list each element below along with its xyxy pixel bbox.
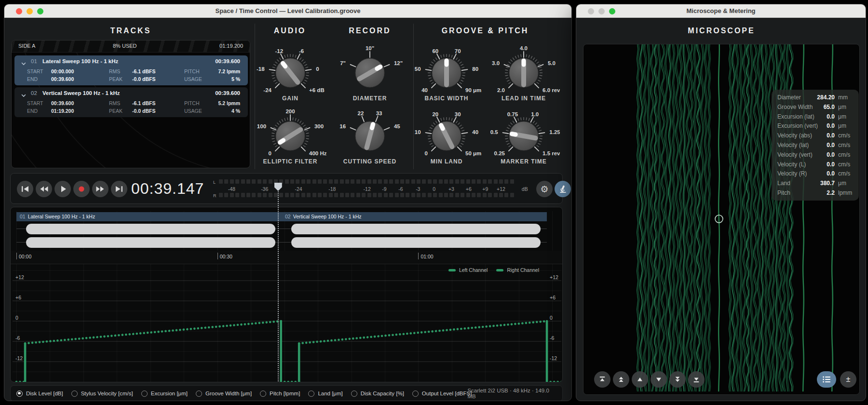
timeline-clip[interactable]: 01Lateral Sweep 100 Hz - 1 kHz bbox=[16, 212, 282, 251]
mode-option[interactable]: Disk Capacity [%] bbox=[351, 391, 404, 397]
step-up-button[interactable] bbox=[632, 371, 648, 388]
meter-row bbox=[219, 179, 528, 184]
knob-tick bbox=[505, 75, 508, 76]
knob-tick bbox=[507, 143, 509, 145]
microscope-button[interactable] bbox=[555, 181, 571, 197]
knob-scale-mark bbox=[432, 147, 435, 151]
knob-scale-mark bbox=[538, 65, 543, 67]
knob-cutting-speed[interactable]: 16223345 bbox=[334, 106, 406, 166]
jump-bottom-button[interactable] bbox=[688, 371, 705, 388]
clip-header[interactable]: 02Vertical Sweep 100 Hz - 1 kHz bbox=[282, 212, 547, 221]
legend-label: Right Channel bbox=[507, 267, 539, 273]
meter-segment bbox=[329, 179, 333, 184]
knob-tick bbox=[508, 62, 511, 64]
knob-tick bbox=[273, 143, 276, 145]
skip-back-button[interactable] bbox=[17, 181, 33, 197]
timeline-clip[interactable]: 02Vertical Sweep 100 Hz - 1 kHz bbox=[282, 212, 547, 251]
clip-channel-row bbox=[282, 223, 547, 235]
track-field-value: -6.1 dBFS bbox=[132, 100, 155, 106]
knob-scale-mark bbox=[509, 84, 513, 88]
mode-option[interactable]: Excursion [μm] bbox=[141, 391, 188, 397]
settings-button[interactable]: ⚙ bbox=[536, 181, 553, 197]
knob-diameter[interactable]: 7"10"12" bbox=[334, 43, 406, 103]
knob-scale-label: 45 bbox=[394, 123, 400, 129]
chart-ylabel-left: -12 bbox=[15, 355, 23, 361]
meter-segment bbox=[224, 179, 228, 184]
knob-caption: MARKER TIME bbox=[483, 158, 565, 165]
knob-tick bbox=[304, 127, 307, 129]
knob-dial: 2.03.04.05.06.0 rev bbox=[488, 43, 560, 103]
knob-tick bbox=[461, 141, 464, 142]
track-field-label: START bbox=[27, 68, 43, 74]
knob-scale-mark bbox=[432, 84, 435, 88]
mode-option[interactable]: Output Level [dBFS] bbox=[412, 391, 472, 397]
knob-lead-in-time[interactable]: 2.03.04.05.06.0 rev bbox=[488, 43, 560, 103]
track-row[interactable]: 02Vertical Sweep 100 Hz - 1 kHz00:39.600… bbox=[14, 87, 248, 117]
knob-scale-mark bbox=[503, 133, 509, 134]
knob-basic-width[interactable]: 405060708090 μm bbox=[410, 43, 483, 103]
knob-tick bbox=[537, 82, 539, 84]
meter-segment bbox=[334, 179, 338, 184]
mode-option[interactable]: Stylus Velocity [cm/s] bbox=[71, 391, 133, 397]
knob-tick bbox=[529, 55, 529, 58]
meter-segment bbox=[373, 193, 377, 197]
skip-forward-button[interactable] bbox=[111, 181, 127, 197]
mode-label: Output Level [dBFS] bbox=[422, 391, 472, 396]
metrics-toggle-button[interactable] bbox=[817, 371, 836, 388]
jump-top-button[interactable] bbox=[594, 371, 610, 388]
knob-tick bbox=[462, 138, 465, 139]
ruler-label: 01:00 bbox=[420, 254, 433, 259]
mode-option[interactable]: Pitch [lpmm] bbox=[260, 391, 300, 397]
timeline-ruler[interactable]: 00:0000:3001:00 bbox=[11, 251, 562, 264]
chevron-down-icon[interactable] bbox=[21, 91, 26, 99]
metric-unit: cm/s bbox=[835, 170, 853, 177]
knob-scale-label: 200 bbox=[285, 108, 295, 114]
rewind-button[interactable] bbox=[36, 181, 52, 197]
track-number: 02 bbox=[31, 90, 37, 96]
clip-header[interactable]: 01Lateral Sweep 100 Hz - 1 kHz bbox=[16, 212, 282, 221]
knob-tick bbox=[272, 141, 275, 142]
mode-option[interactable]: Groove Width [μm] bbox=[196, 391, 252, 397]
knob-tick bbox=[435, 57, 437, 60]
record-button[interactable] bbox=[73, 181, 90, 197]
chart-ylabel-right: -12 bbox=[550, 355, 557, 361]
knob-scale-label: 70 bbox=[455, 48, 461, 54]
knob-tick bbox=[458, 122, 460, 124]
track-row[interactable]: 01Lateral Sweep 100 Hz - 1 kHz00:39.600S… bbox=[14, 55, 248, 85]
mode-option[interactable]: Land [μm] bbox=[308, 391, 342, 397]
meter-segment bbox=[422, 179, 426, 184]
chevron-down-icon[interactable] bbox=[21, 59, 26, 68]
metric-value: 0.0 bbox=[827, 132, 835, 139]
fast-forward-button[interactable] bbox=[92, 181, 108, 197]
knob-caption: MIN LAND bbox=[406, 158, 488, 165]
knob-dial: -24-18-12-60+6 dB bbox=[254, 43, 326, 103]
metric-value: 0.0 bbox=[827, 170, 835, 177]
page-down-button[interactable] bbox=[669, 371, 686, 388]
meter-segment bbox=[439, 179, 443, 184]
knob-elliptic-filter[interactable]: 0100200300400 Hz bbox=[254, 106, 326, 166]
legend-item: Left Channel bbox=[448, 267, 488, 273]
step-down-button[interactable] bbox=[651, 371, 667, 388]
meter-segment bbox=[230, 179, 234, 184]
radio-icon bbox=[351, 391, 357, 397]
knob-tick bbox=[431, 82, 434, 84]
metric-unit: cm/s bbox=[835, 132, 853, 139]
knob-tick bbox=[533, 121, 535, 123]
knob-gain[interactable]: -24-18-12-60+6 dB bbox=[254, 43, 326, 103]
knob-marker-time[interactable]: 0.250.50.751.01.251.5 rev bbox=[488, 106, 560, 166]
knob-min-land[interactable]: 01020304050 μm bbox=[410, 106, 483, 166]
knob-tick bbox=[538, 64, 540, 66]
side-usage: 8% USED bbox=[113, 43, 137, 49]
knob-tick bbox=[539, 130, 542, 131]
play-button[interactable] bbox=[54, 181, 71, 197]
radio-icon bbox=[308, 391, 314, 397]
microscope-viewport[interactable]: Diameter284.20mmGroove Width65.0μmExcurs… bbox=[583, 44, 860, 395]
plus-minus-button[interactable]: ± bbox=[840, 371, 856, 388]
timeline-panel[interactable]: +12+12+6+600-6-6-12-12Left ChannelRight … bbox=[10, 207, 563, 382]
clip-name: Vertical Sweep 100 Hz - 1 kHz bbox=[293, 214, 362, 219]
page-up-button[interactable] bbox=[613, 371, 629, 388]
knob-scale-mark bbox=[437, 54, 439, 59]
knob-tick bbox=[540, 75, 542, 76]
mode-option[interactable]: Disk Level [dB] bbox=[16, 391, 63, 397]
knob-tick bbox=[538, 127, 540, 129]
